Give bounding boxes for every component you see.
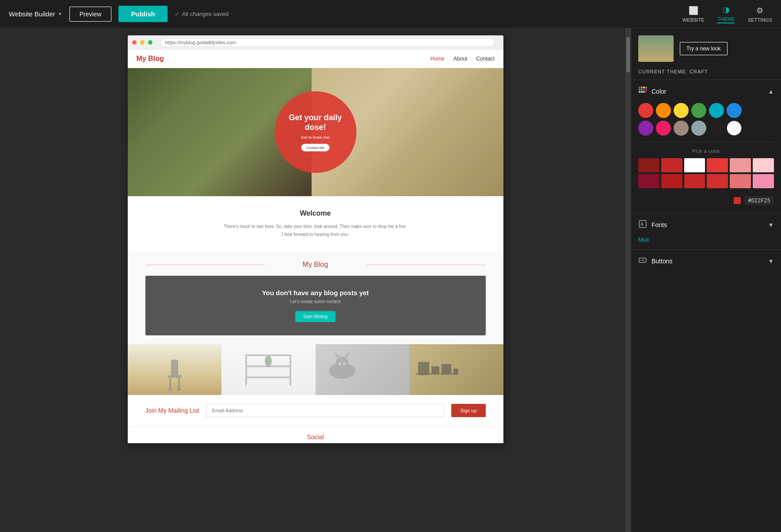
- picker-swatch-11[interactable]: [753, 174, 774, 188]
- photo-cell-3: [316, 344, 410, 395]
- font-name: Muli: [638, 236, 649, 243]
- nav-theme-label: THEME: [717, 16, 735, 22]
- welcome-text-1: There's much to see here. So, take your …: [163, 223, 468, 231]
- color-swatch-cyan[interactable]: [709, 103, 724, 118]
- hero-contact-button[interactable]: Contact Me: [301, 144, 330, 151]
- browser-url-bar[interactable]: https://myblog.godaddysites.com: [160, 38, 495, 47]
- color-hex-value[interactable]: #D22F25: [744, 196, 774, 205]
- color-section: Color ▲ Pick a color: [631, 80, 781, 213]
- site-title: My Blog: [137, 55, 164, 63]
- color-hex-dot: [734, 197, 741, 204]
- brand-logo[interactable]: Website Builder ▼: [9, 10, 62, 18]
- nav-about[interactable]: About: [453, 56, 467, 62]
- svg-rect-22: [442, 364, 451, 375]
- welcome-title: Welcome: [163, 209, 468, 217]
- color-swatch-white[interactable]: [727, 121, 742, 136]
- photo-cell-2: [221, 344, 316, 395]
- picker-swatch-7[interactable]: [661, 174, 682, 188]
- color-swatch-black[interactable]: [709, 121, 724, 136]
- buttons-section-title: Buttons: [638, 256, 672, 266]
- settings-icon: ⚙: [756, 6, 763, 15]
- check-icon: ✓: [175, 11, 179, 17]
- picker-swatch-5[interactable]: [753, 158, 774, 172]
- nav-home[interactable]: Home: [431, 56, 445, 62]
- nav-item-theme[interactable]: ◑ THEME: [717, 5, 735, 23]
- picker-swatch-4[interactable]: [730, 158, 751, 172]
- blog-start-writing-button[interactable]: Start Writing: [295, 311, 335, 322]
- svg-rect-10: [290, 354, 291, 385]
- saved-status-text: All changes saved: [182, 11, 229, 17]
- photo-cell-1: [128, 344, 222, 395]
- preview-area[interactable]: https://myblog.godaddysites.com My Blog …: [0, 28, 631, 532]
- svg-rect-28: [639, 89, 640, 91]
- svg-point-18: [343, 362, 346, 365]
- pick-a-color-label: Pick a color: [638, 148, 774, 154]
- browser-dot-green: [148, 40, 152, 45]
- svg-rect-6: [246, 376, 290, 378]
- color-swatches-grid: [638, 103, 774, 136]
- svg-rect-4: [168, 388, 172, 390]
- picker-swatch-2[interactable]: [684, 158, 705, 172]
- nav-item-website[interactable]: ⬜ WEBSITE: [682, 6, 705, 23]
- fonts-section-title: A Fonts: [638, 220, 667, 230]
- color-swatch-green[interactable]: [691, 103, 706, 118]
- mailing-email-input[interactable]: [206, 404, 445, 417]
- mailing-signup-button[interactable]: Sign up: [451, 404, 485, 417]
- current-theme-name: CRAFT: [690, 69, 708, 74]
- nav-settings-label: SETTINGS: [748, 17, 772, 23]
- current-theme-label: CURRENT THEME: CRAFT: [631, 69, 781, 80]
- color-swatch-gray[interactable]: [691, 121, 706, 136]
- svg-rect-23: [453, 369, 458, 375]
- picker-swatch-8[interactable]: [684, 174, 705, 188]
- mailing-section: Join My Mailing List Sign up: [128, 395, 503, 426]
- fonts-icon: A: [638, 220, 647, 230]
- picker-swatch-0[interactable]: [638, 158, 659, 172]
- fonts-section: A Fonts ▼ Muli: [631, 213, 781, 249]
- svg-rect-21: [431, 366, 439, 374]
- fonts-row: Muli: [638, 236, 774, 243]
- svg-rect-32: [639, 91, 640, 93]
- preview-scrollbar[interactable]: [625, 28, 631, 532]
- blog-empty-subtitle: Let's create some content: [159, 299, 472, 304]
- color-swatch-brown[interactable]: [674, 121, 689, 136]
- picker-swatch-1[interactable]: [661, 158, 682, 172]
- picker-swatch-3[interactable]: [707, 158, 728, 172]
- color-swatch-orange[interactable]: [656, 103, 671, 118]
- site-nav-links: Home About Contact: [431, 56, 495, 62]
- hero-section: Get your daily dose! Get to know me! Con…: [128, 68, 503, 196]
- theme-thumbnail: [638, 35, 674, 62]
- preview-button[interactable]: Preview: [69, 7, 112, 22]
- hero-subtext: Get to know me!: [301, 135, 330, 139]
- shelf-image: [221, 344, 316, 395]
- buttons-section: Buttons ▼: [631, 250, 781, 279]
- site-nav: My Blog Home About Contact: [128, 49, 503, 68]
- panel-divider-2: [638, 142, 774, 142]
- color-swatch-purple[interactable]: [638, 121, 653, 136]
- hero-circle: Get your daily dose! Get to know me! Con…: [274, 91, 356, 173]
- picker-swatch-9[interactable]: [707, 174, 728, 188]
- right-panel: Try a new look CURRENT THEME: CRAFT: [631, 28, 781, 532]
- color-swatch-pink[interactable]: [656, 121, 671, 136]
- color-swatch-yellow[interactable]: [674, 103, 689, 118]
- picker-swatch-10[interactable]: [730, 174, 751, 188]
- publish-button[interactable]: Publish: [118, 6, 167, 22]
- color-swatch-blue[interactable]: [727, 103, 742, 118]
- color-section-chevron[interactable]: ▲: [768, 88, 774, 95]
- svg-marker-16: [345, 352, 350, 357]
- tech-image: [409, 344, 503, 395]
- fonts-section-chevron[interactable]: ▼: [768, 221, 774, 228]
- color-swatch-red[interactable]: [638, 103, 653, 118]
- social-title: Social: [307, 433, 324, 441]
- color-picker-grid: [638, 158, 774, 188]
- svg-rect-31: [645, 89, 647, 91]
- welcome-text-2: I look forward to hearing from you.: [163, 231, 468, 239]
- picker-swatch-6[interactable]: [638, 174, 659, 188]
- color-hex-display: #D22F25: [638, 194, 774, 207]
- scrollbar-thumb[interactable]: [626, 37, 630, 72]
- buttons-section-chevron[interactable]: ▼: [768, 258, 774, 265]
- nav-item-settings[interactable]: ⚙ SETTINGS: [748, 6, 772, 23]
- blog-section: My Blog You don't have any blog posts ye…: [128, 252, 503, 344]
- nav-contact[interactable]: Contact: [476, 56, 494, 62]
- try-new-look-button[interactable]: Try a new look: [680, 42, 728, 55]
- color-grid-icon: [638, 86, 647, 97]
